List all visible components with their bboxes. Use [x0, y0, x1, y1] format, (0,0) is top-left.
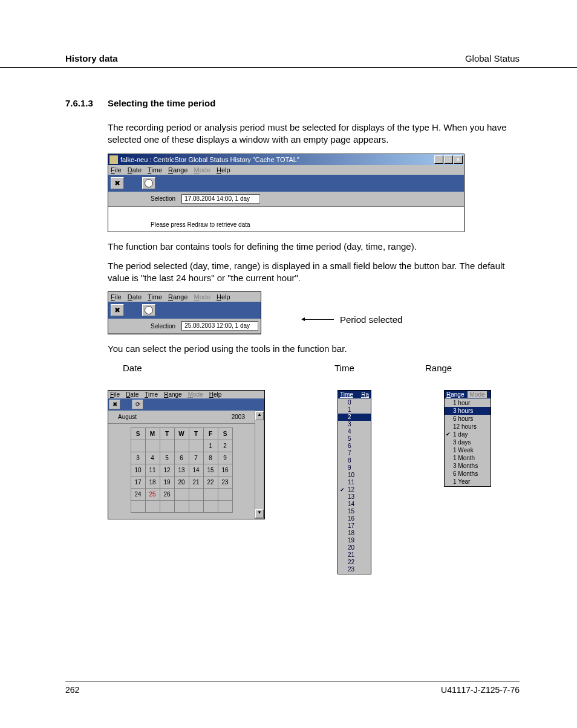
- time-option[interactable]: 6: [338, 443, 371, 450]
- range-option[interactable]: 3 hours: [445, 407, 491, 415]
- scroll-down-icon[interactable]: ▼: [255, 509, 264, 518]
- menu-range[interactable]: Range: [168, 293, 187, 301]
- calendar-day[interactable]: 24: [131, 488, 145, 500]
- menu-file[interactable]: File: [111, 166, 122, 174]
- menu-file[interactable]: File: [111, 293, 122, 301]
- time-option[interactable]: 20: [338, 544, 371, 551]
- range-option[interactable]: 12 hours: [445, 423, 491, 431]
- calendar-day[interactable]: 19: [160, 476, 174, 488]
- menu-time[interactable]: Time: [148, 166, 162, 174]
- range-option[interactable]: 6 hours: [445, 415, 491, 423]
- menu-time[interactable]: Time: [148, 293, 162, 301]
- redraw-button[interactable]: [142, 304, 155, 316]
- calendar-day[interactable]: 18: [145, 476, 160, 488]
- time-option[interactable]: 4: [338, 428, 371, 435]
- calendar-day[interactable]: 20: [174, 476, 189, 488]
- time-option[interactable]: 3: [338, 421, 371, 428]
- calendar-day[interactable]: 22: [203, 476, 218, 488]
- time-option[interactable]: 2: [338, 414, 371, 421]
- range-option[interactable]: 1 Year: [445, 478, 491, 486]
- range-option[interactable]: 1 Month: [445, 454, 491, 462]
- menu-time[interactable]: Time: [145, 391, 158, 398]
- menu-range[interactable]: Range: [168, 166, 187, 174]
- calendar-day[interactable]: 2: [218, 440, 232, 452]
- menu-help[interactable]: Help: [217, 166, 230, 174]
- time-option[interactable]: 19: [338, 537, 371, 544]
- time-option[interactable]: 18: [338, 530, 371, 537]
- calendar-day[interactable]: 15: [203, 464, 218, 476]
- time-option[interactable]: 13: [338, 493, 371, 501]
- calendar-day[interactable]: 25: [145, 488, 160, 500]
- time-option[interactable]: 8: [338, 457, 371, 464]
- selection-field[interactable]: 25.08.2003 12:00, 1 day: [181, 321, 258, 331]
- time-option[interactable]: 10: [338, 472, 371, 479]
- range-option[interactable]: 6 Months: [445, 470, 491, 478]
- time-option[interactable]: 17: [338, 522, 371, 530]
- time-option[interactable]: 5: [338, 435, 371, 443]
- close-button[interactable]: ×: [454, 155, 463, 164]
- menu-mode: Mode: [194, 293, 210, 301]
- time-option[interactable]: 21: [338, 551, 371, 559]
- calendar-day[interactable]: 12: [160, 464, 174, 476]
- clear-button[interactable]: ✖: [109, 400, 120, 409]
- calendar-day[interactable]: 23: [218, 476, 232, 488]
- time-option[interactable]: 15: [338, 508, 371, 515]
- time-option[interactable]: 22: [338, 559, 371, 566]
- calendar-day[interactable]: 26: [160, 488, 174, 500]
- range-menu-label[interactable]: Range: [446, 391, 464, 398]
- time-option[interactable]: 9: [338, 464, 371, 472]
- time-option[interactable]: 11: [338, 479, 371, 486]
- time-option[interactable]: 0: [338, 399, 371, 406]
- page-header: History data Global Status: [0, 0, 577, 68]
- menu-date[interactable]: Date: [128, 166, 142, 174]
- calendar-day: [203, 500, 218, 512]
- time-option[interactable]: 1: [338, 406, 371, 414]
- menu-date[interactable]: Date: [128, 293, 142, 301]
- maximize-button[interactable]: □: [444, 155, 453, 164]
- calendar-day: [131, 500, 145, 512]
- time-option[interactable]: 7: [338, 450, 371, 457]
- range-option[interactable]: 3 days: [445, 438, 491, 446]
- calendar-day[interactable]: 1: [203, 440, 218, 452]
- minimize-button[interactable]: _: [434, 155, 443, 164]
- calendar-day[interactable]: 14: [189, 464, 203, 476]
- menu-date[interactable]: Date: [126, 391, 139, 398]
- range-option[interactable]: 1 day: [445, 431, 491, 438]
- calendar-day[interactable]: 17: [131, 476, 145, 488]
- calendar-day[interactable]: 21: [189, 476, 203, 488]
- calendar-day[interactable]: 11: [145, 464, 160, 476]
- calendar-day[interactable]: 9: [218, 452, 232, 464]
- range-option[interactable]: 1 hour: [445, 399, 491, 407]
- menu-file[interactable]: File: [110, 391, 120, 398]
- time-option[interactable]: 12: [338, 486, 371, 493]
- calendar-day[interactable]: 13: [174, 464, 189, 476]
- calendar-day[interactable]: 6: [174, 452, 189, 464]
- calendar-day[interactable]: 5: [160, 452, 174, 464]
- selection-field[interactable]: 17.08.2004 14:00, 1 day: [181, 194, 260, 204]
- calendar-day[interactable]: 16: [218, 464, 232, 476]
- redraw-button[interactable]: ⟳: [132, 400, 143, 409]
- calendar-day[interactable]: 7: [189, 452, 203, 464]
- calendar-day: [218, 488, 232, 500]
- range-option[interactable]: 3 Months: [445, 462, 491, 470]
- menu-range[interactable]: Range: [164, 391, 181, 398]
- range-option[interactable]: 1 Week: [445, 446, 491, 454]
- calendar-scrollbar[interactable]: ▲ ▼: [255, 411, 264, 519]
- calendar-day: [145, 500, 160, 512]
- weekday-header: F: [203, 427, 218, 440]
- calendar-day[interactable]: 8: [203, 452, 218, 464]
- menu-help[interactable]: Help: [217, 293, 230, 301]
- time-option[interactable]: 23: [338, 566, 371, 573]
- time-option[interactable]: 16: [338, 515, 371, 522]
- clear-button[interactable]: [111, 304, 124, 316]
- section-number: 7.6.1.3: [65, 98, 108, 108]
- calendar-day[interactable]: 4: [145, 452, 160, 464]
- redraw-button[interactable]: [142, 177, 155, 189]
- calendar-day[interactable]: 3: [131, 452, 145, 464]
- menu-help[interactable]: Help: [209, 391, 222, 398]
- scroll-up-icon[interactable]: ▲: [255, 411, 264, 420]
- time-option[interactable]: 14: [338, 501, 371, 508]
- clear-button[interactable]: [111, 177, 124, 189]
- time-menu: Time Ra 01234567891011121314151617181920…: [337, 390, 371, 574]
- calendar-day[interactable]: 10: [131, 464, 145, 476]
